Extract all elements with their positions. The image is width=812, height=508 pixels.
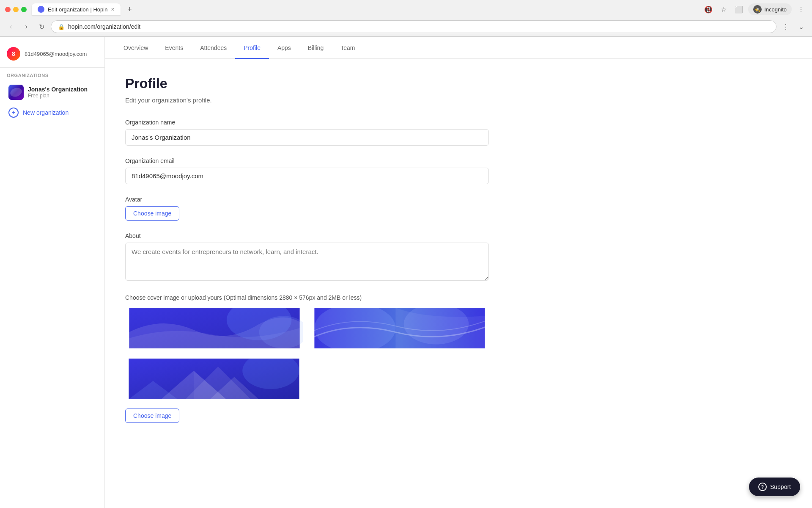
tab-favicon (38, 6, 44, 13)
browser-menu-button[interactable]: ⋮ (795, 3, 807, 15)
url-text: hopin.com/organization/edit (68, 23, 769, 30)
cover-svg-3 (126, 359, 302, 399)
nav-item-overview[interactable]: Overview (115, 38, 156, 59)
top-nav: Overview Events Attendees Profile Apps B… (105, 37, 812, 59)
about-label: About (125, 232, 792, 239)
user-initial: 8 (12, 50, 15, 57)
org-name-label: Organization name (125, 119, 792, 126)
new-tab-button[interactable]: + (124, 3, 136, 15)
close-window-button[interactable] (5, 7, 11, 12)
avatar-group: Avatar Choose image (125, 196, 792, 221)
page-title: Profile (125, 76, 792, 91)
avatar-label: Avatar (125, 196, 792, 203)
sidebar-user-email: 81d49065@moodjoy.com (25, 51, 87, 57)
support-label: Support (770, 483, 791, 490)
user-avatar: 8 (7, 47, 20, 61)
page-subtitle: Edit your organization's profile. (125, 97, 792, 104)
maximize-window-button[interactable] (21, 7, 27, 12)
back-button[interactable]: ‹ (5, 21, 17, 33)
lock-icon: 🔒 (58, 24, 65, 30)
org-name-group: Organization name (125, 119, 792, 146)
org-avatar (8, 85, 24, 100)
sidebar: 8 81d49065@moodjoy.com ORGANIZATIONS Jon… (0, 37, 105, 508)
nav-item-events[interactable]: Events (156, 38, 192, 59)
address-bar[interactable]: 🔒 hopin.com/organization/edit (51, 20, 776, 33)
org-email-label: Organization email (125, 157, 792, 164)
cover-image-grid (125, 307, 489, 349)
sidebar-user: 8 81d49065@moodjoy.com (0, 44, 104, 68)
reload-button[interactable]: ↻ (36, 21, 47, 33)
browser-window-controls (5, 7, 27, 12)
nav-items: Overview Events Attendees Profile Apps B… (115, 37, 363, 58)
support-button[interactable]: ? Support (749, 478, 800, 496)
nav-item-apps[interactable]: Apps (269, 38, 299, 59)
cover-label: Choose cover image or upload yours (Opti… (125, 294, 792, 301)
sidebar-section-label: ORGANIZATIONS (0, 73, 104, 81)
incognito-badge: 🕵 Incognito (748, 3, 792, 15)
about-textarea[interactable] (125, 243, 489, 281)
main-content: Overview Events Attendees Profile Apps B… (105, 37, 812, 508)
plus-icon: + (8, 108, 19, 118)
new-org-button[interactable]: + New organization (2, 103, 103, 122)
cover-image-2[interactable] (310, 307, 489, 349)
browser-tab[interactable]: Edit organization | Hopin × (32, 3, 121, 15)
forward-button[interactable]: › (20, 21, 32, 33)
cover-svg-1 (126, 308, 303, 348)
minimize-window-button[interactable] (13, 7, 19, 12)
nav-item-attendees[interactable]: Attendees (192, 38, 235, 59)
support-icon: ? (758, 483, 767, 491)
choose-cover-button[interactable]: Choose image (125, 409, 179, 423)
org-plan: Free plan (28, 93, 96, 99)
cover-svg-2 (311, 308, 488, 348)
extensions-icon[interactable]: ⬜ (733, 3, 745, 15)
more-options-button[interactable]: ⋮ (780, 21, 792, 33)
nav-item-billing[interactable]: Billing (299, 38, 332, 59)
browser-chrome: Edit organization | Hopin × + 📵 ☆ ⬜ 🕵 In… (0, 0, 812, 37)
incognito-label: Incognito (764, 6, 787, 13)
new-org-label: New organization (23, 109, 69, 116)
org-name: Jonas's Organization (28, 86, 96, 93)
org-email-group: Organization email (125, 157, 792, 184)
nav-item-profile[interactable]: Profile (235, 38, 269, 59)
org-info: Jonas's Organization Free plan (28, 86, 96, 99)
cast-icon[interactable]: 📵 (702, 3, 714, 15)
nav-item-team[interactable]: Team (332, 38, 363, 59)
tab-title: Edit organization | Hopin (48, 6, 107, 13)
bookmark-icon[interactable]: ☆ (718, 3, 730, 15)
expand-button[interactable]: ⌄ (795, 21, 807, 33)
choose-avatar-button[interactable]: Choose image (125, 206, 179, 221)
cover-image-1[interactable] (125, 307, 304, 349)
svg-point-4 (314, 308, 395, 348)
tab-close-button[interactable]: × (111, 6, 114, 13)
incognito-icon: 🕵 (753, 5, 762, 14)
org-name-input[interactable] (125, 129, 489, 146)
profile-content: Profile Edit your organization's profile… (105, 59, 812, 508)
about-group: About (125, 232, 792, 282)
cover-image-3[interactable] (125, 358, 303, 400)
cover-group: Choose cover image or upload yours (Opti… (125, 294, 792, 423)
org-email-input[interactable] (125, 168, 489, 184)
sidebar-org-item[interactable]: Jonas's Organization Free plan (2, 81, 103, 103)
